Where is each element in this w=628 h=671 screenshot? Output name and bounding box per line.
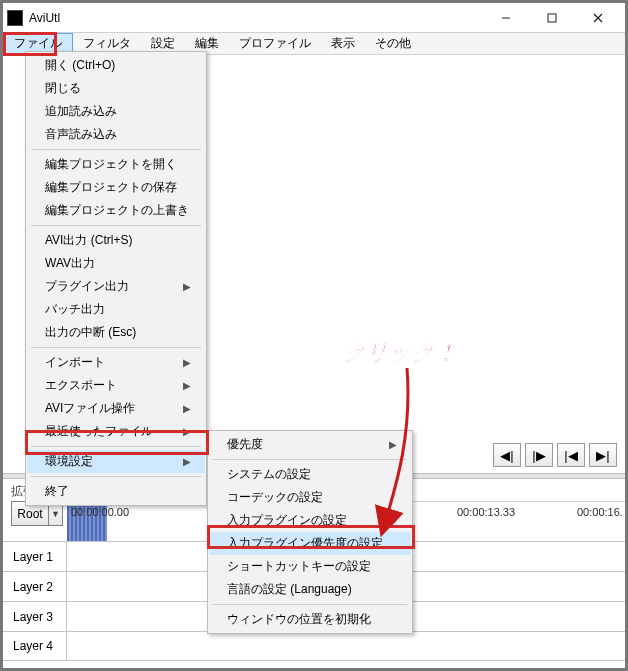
chevron-right-icon: ▶	[183, 403, 191, 414]
env-system[interactable]: システムの設定	[209, 463, 411, 486]
go-start-button[interactable]: |◀	[557, 443, 585, 467]
titlebar: AviUtl	[3, 3, 625, 33]
chevron-right-icon: ▶	[389, 439, 397, 450]
file-export[interactable]: エクスポート▶	[27, 374, 205, 397]
layer-row[interactable]: Layer 4	[3, 631, 625, 661]
file-abort[interactable]: 出力の中断 (Esc)	[27, 321, 205, 344]
file-proj-open[interactable]: 編集プロジェクトを開く	[27, 153, 205, 176]
file-avi-op[interactable]: AVIファイル操作▶	[27, 397, 205, 420]
chevron-right-icon: ▶	[389, 515, 397, 526]
env-submenu: 優先度▶ システムの設定 コーデックの設定 入力プラグインの設定▶ 入力プラグイ…	[207, 430, 413, 634]
env-input-plugin[interactable]: 入力プラグインの設定▶	[209, 509, 411, 532]
file-import[interactable]: インポート▶	[27, 351, 205, 374]
env-reset-win-pos[interactable]: ウィンドウの位置を初期化	[209, 608, 411, 631]
svg-rect-1	[548, 14, 556, 22]
file-addload[interactable]: 追加読み込み	[27, 100, 205, 123]
window-buttons	[483, 4, 621, 32]
file-avi-out[interactable]: AVI出力 (Ctrl+S)	[27, 229, 205, 252]
step-back-button[interactable]: ◀|	[493, 443, 521, 467]
chevron-right-icon: ▶	[183, 281, 191, 292]
layer-header[interactable]: Layer 3	[3, 602, 67, 631]
time-label: 00:00:16.	[577, 506, 623, 518]
file-proj-save[interactable]: 編集プロジェクトの保存	[27, 176, 205, 199]
time-label: 00:00:00.00	[71, 506, 129, 518]
env-priority[interactable]: 優先度▶	[209, 433, 411, 456]
chevron-right-icon: ▶	[183, 426, 191, 437]
transport-controls: ◀| |▶ |◀ ▶|	[493, 443, 617, 467]
file-dropdown: 開く (Ctrl+O) 閉じる 追加読み込み 音声読み込み 編集プロジェクトを開…	[25, 51, 207, 506]
layer-track[interactable]	[67, 632, 625, 660]
file-close[interactable]: 閉じる	[27, 77, 205, 100]
env-codec[interactable]: コーデックの設定	[209, 486, 411, 509]
app-icon	[7, 10, 23, 26]
file-exit[interactable]: 終了	[27, 480, 205, 503]
file-env[interactable]: 環境設定▶	[27, 450, 205, 473]
app-title: AviUtl	[29, 11, 60, 25]
maximize-button[interactable]	[529, 4, 575, 32]
minimize-button[interactable]	[483, 4, 529, 32]
annotation-text: クリック！	[343, 338, 457, 368]
env-language[interactable]: 言語の設定 (Language)	[209, 578, 411, 601]
step-fwd-button[interactable]: |▶	[525, 443, 553, 467]
chevron-right-icon: ▶	[183, 357, 191, 368]
env-shortcut[interactable]: ショートカットキーの設定	[209, 555, 411, 578]
menu-other[interactable]: その他	[365, 33, 421, 54]
go-end-button[interactable]: ▶|	[589, 443, 617, 467]
file-open[interactable]: 開く (Ctrl+O)	[27, 54, 205, 77]
close-button[interactable]	[575, 4, 621, 32]
menu-profile[interactable]: プロファイル	[229, 33, 321, 54]
chevron-right-icon: ▶	[183, 456, 191, 467]
file-recent[interactable]: 最近使ったファイル▶	[27, 420, 205, 443]
layer-header[interactable]: Layer 1	[3, 542, 67, 571]
file-proj-over[interactable]: 編集プロジェクトの上書き	[27, 199, 205, 222]
chevron-right-icon: ▶	[183, 380, 191, 391]
app-window: AviUtl ファイル フィルタ 設定 編集 プロファイル 表示 その他 開く …	[0, 0, 628, 671]
file-wav-out[interactable]: WAV出力	[27, 252, 205, 275]
time-label: 00:00:13.33	[457, 506, 515, 518]
menu-view[interactable]: 表示	[321, 33, 365, 54]
file-batch[interactable]: バッチ出力	[27, 298, 205, 321]
file-plugin-out[interactable]: プラグイン出力▶	[27, 275, 205, 298]
env-input-plugin-priority[interactable]: 入力プラグイン優先度の設定	[209, 532, 411, 555]
file-audload[interactable]: 音声読み込み	[27, 123, 205, 146]
layer-header[interactable]: Layer 2	[3, 572, 67, 601]
layer-header[interactable]: Layer 4	[3, 632, 67, 660]
